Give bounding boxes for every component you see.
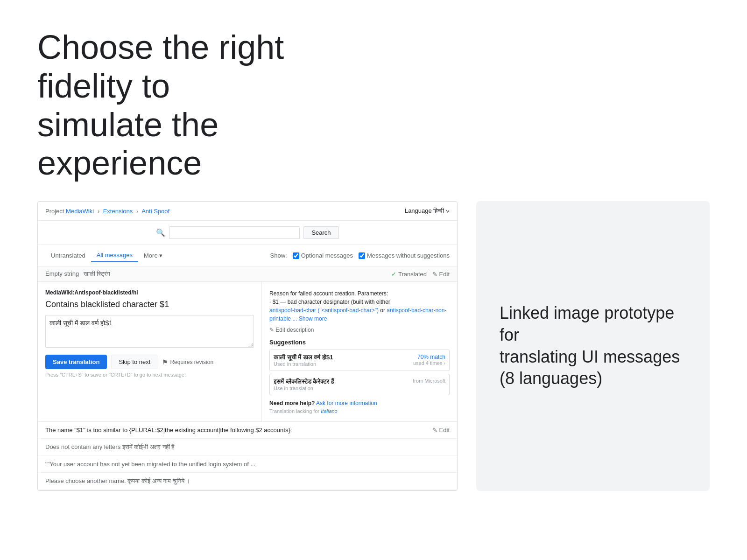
- translation-entry: MediaWiki:Antispoof-blacklisted/hi Conta…: [38, 282, 457, 422]
- tab-all-messages[interactable]: All messages: [91, 249, 138, 262]
- breadcrumb-bar: Project MediaWiki › Extensions › Anti Sp…: [38, 202, 457, 221]
- ui-mockup-panel: Project MediaWiki › Extensions › Anti Sp…: [37, 201, 458, 491]
- translation-textarea[interactable]: काली सूची में डाल वर्ण हो$1: [45, 315, 254, 348]
- breadcrumb-antispoof-link[interactable]: Anti Spoof: [141, 208, 169, 215]
- entry-left: MediaWiki:Antispoof-blacklisted/hi Conta…: [38, 282, 262, 421]
- chevron-down-icon: ▾: [159, 252, 162, 259]
- breadcrumb-sep2: ›: [136, 208, 138, 215]
- without-suggestions-label: Messages without suggestions: [367, 252, 450, 259]
- suggestion-1-text: काली सूची में डाल वर्ण हो$1: [274, 354, 333, 361]
- list-item: ""Your user account has not yet been mig…: [38, 456, 457, 473]
- breadcrumb: Project MediaWiki › Extensions › Anti Sp…: [45, 208, 169, 215]
- entry-actions: Save translation Skip to next ⚑ Requires…: [45, 355, 254, 369]
- suggestion-2-source: from Microsoft: [413, 378, 445, 384]
- suggestion-1-meta: Used in translation: [274, 361, 333, 367]
- optional-messages-checkbox[interactable]: Optional messages: [293, 252, 353, 259]
- reason-link1[interactable]: antispoof-bad-char ("<antispoof-bad-char…: [269, 307, 379, 314]
- suggestion-item-2[interactable]: इसमें ब्लैकलिस्टेड कैरेक्टर हैं Use in t…: [269, 374, 450, 395]
- ui-mockup: Project MediaWiki › Extensions › Anti Sp…: [37, 201, 458, 491]
- second-row-edit-link[interactable]: Edit: [432, 427, 450, 434]
- skip-to-next-button[interactable]: Skip to next: [112, 355, 157, 369]
- second-message-text: The name "$1" is too similar to {PLURAL:…: [45, 427, 292, 434]
- tab-untranslated[interactable]: Untranslated: [45, 249, 91, 262]
- reason-text: Reason for failed account creation. Para…: [269, 289, 450, 323]
- source-text: Contains blacklisted character $1: [45, 300, 254, 309]
- right-panel-title: Linked image prototype for translating U…: [500, 302, 686, 390]
- without-suggestions-checkbox[interactable]: Messages without suggestions: [359, 252, 450, 259]
- tab-more[interactable]: More ▾: [138, 249, 168, 262]
- suggestion-1-match: 70% match used 4 times ›: [413, 354, 445, 366]
- other-messages: Does not contain any letters इसमें कोईभी…: [38, 439, 457, 490]
- keyboard-hint: Press "CTRL+S" to save or "CRTL+D" to go…: [45, 372, 254, 378]
- empty-string-row: Empty string खाली स्ट्रिंग ✓ Translated …: [38, 266, 457, 282]
- language-selector[interactable]: Language हिन्दी ∨: [405, 207, 450, 215]
- search-input[interactable]: [169, 226, 300, 239]
- save-translation-button[interactable]: Save translation: [45, 355, 107, 369]
- ask-link[interactable]: Ask for more information: [316, 400, 377, 406]
- suggestion-2-text: इसमें ब्लैकलिस्टेड कैरेक्टर हैं: [274, 378, 334, 385]
- check-icon: ✓: [391, 271, 396, 278]
- flag-icon: ⚑: [162, 358, 168, 366]
- language-label: Language: [405, 207, 432, 214]
- translated-status: ✓ Translated: [391, 271, 427, 278]
- message-key: MediaWiki:Antispoof-blacklisted/hi: [45, 289, 254, 296]
- entry-right: Reason for failed account creation. Para…: [262, 282, 457, 421]
- second-message-row: The name "$1" is too similar to {PLURAL:…: [38, 422, 457, 439]
- search-button[interactable]: Search: [303, 226, 338, 239]
- breadcrumb-project-label: Project: [45, 208, 64, 215]
- optional-messages-label: Optional messages: [301, 252, 353, 259]
- edit-link[interactable]: Edit: [432, 271, 450, 278]
- lacking-text: Translation lacking for Italiano: [269, 408, 450, 414]
- lacking-lang-link[interactable]: Italiano: [321, 408, 337, 414]
- hero-title-line1: Choose the right fidelity to: [37, 28, 383, 105]
- need-help: Need more help? Ask for more information: [269, 400, 450, 406]
- show-more-link[interactable]: ... Show more: [292, 315, 327, 322]
- show-label: Show:: [270, 252, 287, 259]
- empty-string-label: Empty string खाली स्ट्रिंग: [45, 270, 111, 278]
- revision-label: ⚑ Requires revision: [162, 358, 213, 366]
- right-panel-annotation: Linked image prototype for translating U…: [476, 201, 710, 491]
- suggestions-header: Suggestions: [269, 339, 450, 346]
- list-item: Does not contain any letters इसमें कोईभी…: [38, 439, 457, 456]
- show-section: Show: Optional messages Messages without…: [270, 252, 450, 259]
- filter-tabs: Untranslated All messages More ▾ Show: O…: [38, 245, 457, 266]
- edit-description-link[interactable]: Edit description: [269, 327, 450, 333]
- hero-title-line2: simulate the experience: [37, 105, 383, 183]
- suggestion-item-1[interactable]: काली सूची में डाल वर्ण हो$1 Used in tran…: [269, 350, 450, 371]
- search-icon: 🔍: [156, 228, 165, 237]
- breadcrumb-sep1: ›: [98, 208, 99, 215]
- suggestion-2-meta: Use in translation: [274, 385, 334, 391]
- list-item: Please choose another name. कृपया कोई अन…: [38, 473, 457, 490]
- hero-title: Choose the right fidelity to simulate th…: [0, 0, 420, 201]
- language-name: हिन्दी: [433, 207, 444, 214]
- search-bar: 🔍 Search: [38, 221, 457, 245]
- breadcrumb-mediawiki-link[interactable]: MediaWiki: [66, 208, 94, 215]
- chevron-down-icon: ∨: [446, 207, 450, 214]
- breadcrumb-extensions-link[interactable]: Extensions: [103, 208, 133, 215]
